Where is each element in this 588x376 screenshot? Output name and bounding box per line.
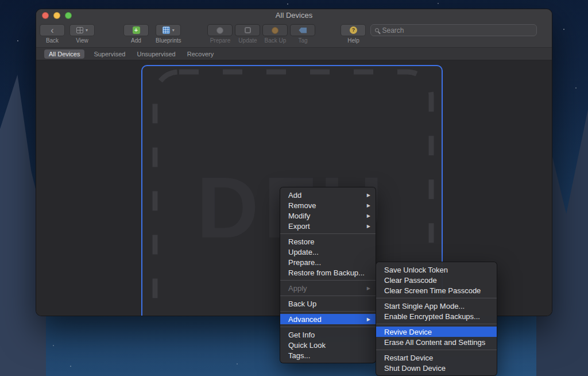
toolbar-back: ‹ Back [40,24,65,44]
back-label: Back [46,37,59,44]
search-input[interactable] [382,26,532,34]
toolbar-view: ▾ View [69,24,95,44]
context-menu-item-add[interactable]: Add▶ [280,190,376,200]
menu-separator [280,233,376,234]
submenu-item-clear-passcode[interactable]: Clear Passcode [376,275,497,285]
menu-item-label: Update... [288,248,319,256]
context-menu-item-modify[interactable]: Modify▶ [280,210,376,221]
menu-separator [376,324,497,324]
help-button[interactable]: ? [341,24,366,36]
context-menu-item-remove[interactable]: Remove▶ [280,200,376,210]
blueprints-grid-icon [163,26,170,34]
tag-icon [299,28,307,33]
title-bar: All Devices [36,9,552,22]
submenu-arrow-icon: ▶ [352,286,370,291]
menu-item-label: Modify [288,212,310,220]
submenu-item-restart-device[interactable]: Restart Device [376,352,497,363]
submenu-item-revive-device[interactable]: Revive Device [376,327,497,337]
context-menu-item-restore-from-backup[interactable]: Restore from Backup... [280,267,376,278]
context-menu-item-tags[interactable]: Tags... [280,350,376,360]
search-icon [375,28,379,32]
context-menu-item-get-info[interactable]: Get Info [280,329,376,340]
backup-label: Back Up [265,37,287,44]
menu-item-label: Apply [288,284,307,293]
menu-item-label: Restore from Backup... [288,268,365,277]
update-icon [245,27,251,33]
context-menu-item-back-up[interactable]: Back Up [280,298,376,309]
submenu-arrow-icon: ▶ [352,317,370,322]
menu-item-label: Back Up [288,300,316,308]
context-menu-item-restore[interactable]: Restore [280,236,376,247]
tab-recovery[interactable]: Recovery [187,51,214,57]
update-label: Update [238,37,257,44]
submenu-item-save-unlock-token[interactable]: Save Unlock Token [376,264,497,275]
submenu-item-clear-screen-time-passcode[interactable]: Clear Screen Time Passcode [376,285,497,296]
prepare-button[interactable] [207,24,233,36]
update-button[interactable] [235,24,260,36]
back-button[interactable]: ‹ [40,24,65,36]
context-menu-item-export[interactable]: Export▶ [280,221,376,231]
blueprints-label: Blueprints [156,37,181,44]
menu-item-label: Advanced [288,315,322,324]
backup-button[interactable] [262,24,288,36]
minimize-button[interactable] [53,12,60,19]
menu-item-label: Restart Device [384,354,433,362]
help-label: Help [347,37,359,44]
chevron-down-icon: ▾ [86,28,88,33]
context-menu-item-prepare[interactable]: Prepare... [280,257,376,267]
submenu-arrow-icon: ▶ [352,224,370,229]
view-grid-icon [76,27,83,33]
menu-item-label: Save Unlock Token [384,266,448,274]
add-label: Add [131,37,141,44]
menu-item-label: Add [288,191,301,199]
menu-item-label: Shut Down Device [384,364,446,373]
menu-item-label: Tags... [288,351,310,360]
menu-item-label: Quick Look [288,341,326,350]
menu-item-label: Erase All Content and Settings [384,338,485,347]
menu-item-label: Enable Encrypted Backups... [384,312,480,321]
toolbar-update: Update [235,24,260,44]
menu-item-label: Clear Passcode [384,276,437,285]
tab-supervised[interactable]: Supervised [94,51,125,57]
menu-item-label: Remove [288,201,316,210]
view-button[interactable]: ▾ [69,24,95,36]
submenu-item-start-single-app-mode[interactable]: Start Single App Mode... [376,301,497,311]
submenu-item-shut-down-device[interactable]: Shut Down Device [376,363,497,373]
backup-icon [272,27,278,34]
context-menu-item-advanced[interactable]: Advanced▶ [280,314,376,324]
tag-label: Tag [298,37,307,44]
add-button[interactable]: + [123,24,149,36]
close-button[interactable] [42,12,49,19]
advanced-submenu: Save Unlock TokenClear PasscodeClear Scr… [376,262,497,376]
menu-separator [280,296,376,296]
menu-item-label: Restore [288,237,315,246]
prepare-icon [216,27,223,34]
menu-separator [280,280,376,281]
help-question-icon: ? [350,26,357,34]
menu-item-label: Start Single App Mode... [384,302,465,310]
chevron-down-icon: ▾ [172,28,175,33]
submenu-arrow-icon: ▶ [352,213,370,218]
toolbar-blueprints: ▾ Blueprints [156,24,181,44]
submenu-item-erase-all-content-and-settings[interactable]: Erase All Content and Settings [376,337,497,347]
toolbar-help: ? Help [341,24,366,44]
toolbar-prepare: Prepare [207,24,233,44]
blueprints-button[interactable]: ▾ [156,24,181,36]
context-menu-item-quick-look[interactable]: Quick Look [280,340,376,350]
context-menu-item-update[interactable]: Update... [280,247,376,257]
tab-all-devices[interactable]: All Devices [44,49,84,59]
menu-separator [280,311,376,312]
search-field[interactable] [370,24,537,36]
menu-separator [376,350,497,350]
menu-item-label: Clear Screen Time Passcode [384,286,481,295]
scope-bar: All Devices Supervised Unsupervised Reco… [36,47,552,60]
add-plus-icon: + [133,26,140,34]
menu-item-label: Prepare... [288,258,321,267]
back-chevron-icon: ‹ [51,26,53,34]
zoom-button[interactable] [65,12,72,19]
submenu-item-enable-encrypted-backups[interactable]: Enable Encrypted Backups... [376,311,497,321]
tab-unsupervised[interactable]: Unsupervised [137,51,175,57]
tag-button[interactable] [290,24,315,36]
toolbar: ‹ Back ▾ View + Add ▾ Blueprints [36,22,552,47]
context-menu: Add▶Remove▶Modify▶Export▶RestoreUpdate..… [280,187,376,363]
